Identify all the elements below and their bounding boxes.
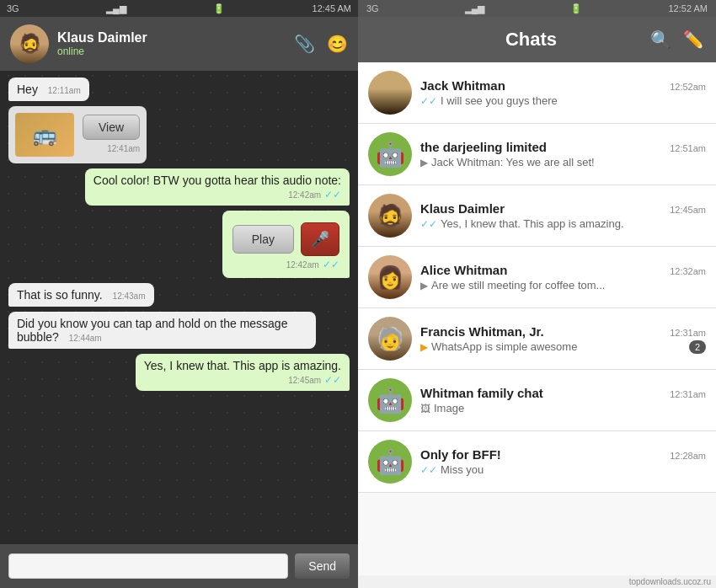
chat-item-whitman-family[interactable]: 🤖 Whitman family chat 12:31am 🖼 Image [358,370,716,431]
right-battery: 🔋 [570,3,582,14]
right-header: Chats 🔍 ✏️ [358,17,716,62]
chat-preview-bff: ✓✓ Miss you [420,463,706,476]
chat-preview-darjeeling: ▶ Jack Whitman: Yes we are all set! [420,156,706,168]
chat-info-darjeeling: the darjeeling limited 12:51am ▶ Jack Wh… [420,140,706,168]
chat-item-alice[interactable]: 👩 Alice Whitman 12:32am ▶ Are we still m… [358,247,716,308]
preview-play-darjeeling: ▶ [420,157,428,168]
right-time: 12:52 AM [668,3,707,13]
chat-name-row-whitman-family: Whitman family chat 12:31am [420,386,706,400]
chat-item-klaus[interactable]: 🧔 Klaus Daimler 12:45am ✓✓ Yes, I knew t… [358,185,716,247]
avatar-darjeeling: 🤖 [368,132,412,176]
chat-name-jack: Jack Whitman [420,78,505,93]
watermark: topdownloads.ucoz.ru [358,575,716,588]
header-icons: 📎 😊 [294,34,348,54]
chat-time-darjeeling: 12:51am [670,143,706,153]
avatar-whitman-family: 🤖 [368,378,412,422]
chat-name-row-klaus: Klaus Daimler 12:45am [420,201,706,216]
preview-text-whitman-family: Image [434,402,464,414]
contact-details: Klaus Daimler online [57,30,147,57]
chat-info-francis: Francis Whitman, Jr. 12:31am ▶ WhatsApp … [420,324,706,354]
msg-text: That is so funny. [17,288,103,302]
chat-name-row-darjeeling: the darjeeling limited 12:51am [420,140,706,154]
chat-time-francis: 12:31am [670,328,706,338]
chat-name-klaus: Klaus Daimler [420,201,505,216]
avatar-jack: 👱 [368,71,412,115]
chat-name-row-jack: Jack Whitman 12:52am [420,78,706,93]
left-signal: ▂▄▆ [106,3,126,14]
right-panel: 3G ▂▄▆ 🔋 12:52 AM Chats 🔍 ✏️ 👱 Jack Whit… [358,0,716,588]
media-message: 🚌 View 12:41am [8,106,147,163]
paperclip-icon[interactable]: 📎 [294,34,315,54]
audio-check-icon: ✓✓ [323,259,339,270]
chat-name-darjeeling: the darjeeling limited [420,140,547,154]
chat-name-row-francis: Francis Whitman, Jr. 12:31am [420,324,706,339]
avatar-francis: 🧓 [368,317,412,361]
left-panel: 3G ▂▄▆ 🔋 12:45 AM 🧔 Klaus Daimler online… [0,0,358,588]
preview-check-klaus: ✓✓ [420,218,437,230]
emoji-icon[interactable]: 😊 [327,34,348,54]
view-button[interactable]: View [83,115,140,140]
chat-preview-jack: ✓✓ I will see you guys there [420,94,706,107]
chat-list: 👱 Jack Whitman 12:52am ✓✓ I will see you… [358,62,716,575]
check-icon: ✓✓ [324,374,341,386]
chat-info-jack: Jack Whitman 12:52am ✓✓ I will see you g… [420,78,706,107]
edit-icon[interactable]: ✏️ [683,29,704,50]
right-signal: ▂▄▆ [465,3,485,14]
chat-preview-francis: ▶ WhatsApp is simple awesome 2 [420,340,706,354]
preview-text-alice: Are we still meeting for coffee tom... [431,279,605,291]
left-network: 3G [7,3,19,13]
message-input[interactable] [8,553,288,579]
media-controls: View 12:41am [83,115,140,155]
audio-message: Play 🎤 12:42am ✓✓ [222,211,350,278]
chat-item-bff[interactable]: 🤖 Only for BFF! 12:28am ✓✓ Miss you [358,431,716,493]
chat-name-francis: Francis Whitman, Jr. [420,324,544,339]
chat-name-whitman-family: Whitman family chat [420,386,543,400]
avatar-klaus: 🧔 [368,194,412,238]
media-thumbnail: 🚌 [15,113,74,157]
message-received-tap: Did you know you can tap and hold on the… [8,312,316,349]
chat-item-darjeeling[interactable]: 🤖 the darjeeling limited 12:51am ▶ Jack … [358,124,716,185]
chat-name-alice: Alice Whitman [420,263,507,277]
chat-info-alice: Alice Whitman 12:32am ▶ Are we still mee… [420,263,706,291]
chat-info-klaus: Klaus Daimler 12:45am ✓✓ Yes, I knew tha… [420,201,706,230]
right-status-bar: 3G ▂▄▆ 🔋 12:52 AM [358,0,716,17]
chat-item-francis[interactable]: 🧓 Francis Whitman, Jr. 12:31am ▶ WhatsAp… [358,308,716,370]
send-button[interactable]: Send [295,553,350,579]
msg-time: 12:44am [69,334,102,343]
audio-controls: Play 🎤 [232,222,339,256]
avatar-bff: 🤖 [368,440,412,484]
msg-text: Did you know you can tap and hold on the… [17,317,287,344]
mic-button[interactable]: 🎤 [301,222,339,256]
chat-input-bar: Send [0,544,358,588]
avatar-alice: 👩 [368,255,412,299]
chat-time-whitman-family: 12:31am [670,389,706,399]
check-icon: ✓✓ [324,189,341,200]
search-icon[interactable]: 🔍 [650,29,671,50]
preview-text-jack: I will see you guys there [441,94,558,107]
media-time: 12:41am [107,144,140,153]
chat-name-bff: Only for BFF! [420,447,501,462]
left-status-bar: 3G ▂▄▆ 🔋 12:45 AM [0,0,358,17]
chat-messages: Hey 12:11am 🚌 View 12:41am Cool color! B… [0,71,358,544]
right-network: 3G [366,3,379,13]
preview-text-francis: WhatsApp is simple awesome [431,340,577,353]
contact-name: Klaus Daimler [57,30,147,45]
audio-time: 12:42am [286,260,319,270]
unread-badge-francis: 2 [689,340,706,354]
msg-time: 12:11am [48,86,81,95]
preview-unread-francis: ▶ [420,341,428,353]
message-sent-cool: Cool color! BTW you gotta hear this audi… [85,168,350,206]
msg-time: 12:45am [288,376,321,385]
msg-time: 12:43am [113,291,146,301]
msg-time: 12:42am [288,190,321,200]
chat-preview-klaus: ✓✓ Yes, I knew that. This app is amazing… [420,217,706,230]
play-button[interactable]: Play [232,225,294,254]
chats-title: Chats [412,29,650,51]
chat-name-row-bff: Only for BFF! 12:28am [420,447,706,462]
preview-play-alice: ▶ [420,280,428,291]
chat-item-jack[interactable]: 👱 Jack Whitman 12:52am ✓✓ I will see you… [358,62,716,124]
chat-name-row-alice: Alice Whitman 12:32am [420,263,706,277]
preview-text-bff: Miss you [441,463,484,476]
chat-time-bff: 12:28am [670,451,706,461]
msg-text: Hey [17,83,38,96]
